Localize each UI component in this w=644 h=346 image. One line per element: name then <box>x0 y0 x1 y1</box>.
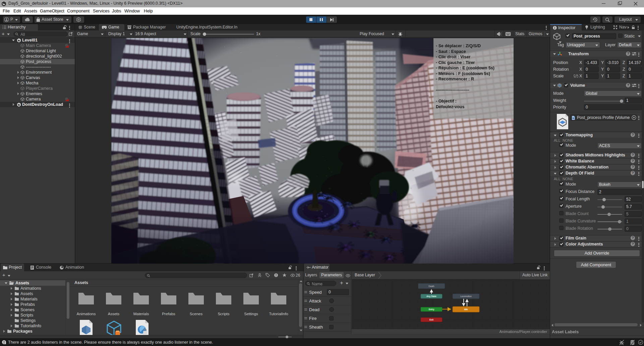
svg-text:Locomotion: Locomotion <box>460 295 472 297</box>
svg-text:Entry: Entry <box>429 308 434 311</box>
svg-text:Idle: Idle <box>464 308 468 310</box>
svg-text:Death: Death <box>428 285 434 287</box>
svg-text:Any State: Any State <box>426 295 436 298</box>
svg-text:Exit: Exit <box>429 319 434 321</box>
